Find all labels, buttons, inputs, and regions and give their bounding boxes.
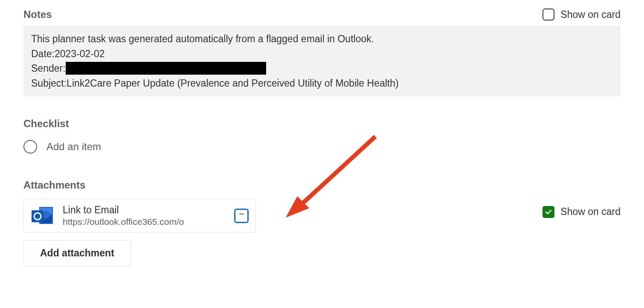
notes-date-prefix: Date: [31,46,55,61]
notes-show-on-card-label: Show on card [560,9,621,20]
checkbox-checked-icon [542,206,554,218]
checklist-add-item-input[interactable]: Add an item [23,140,621,154]
notes-line-1: This planner task was generated automati… [31,32,613,46]
redacted-sender [66,62,266,75]
more-dots-icon: ··· [239,211,244,218]
checklist-add-item-placeholder: Add an item [46,141,101,153]
notes-date-value: 2023-02-02 [55,46,105,61]
notes-textarea[interactable]: This planner task was generated automati… [23,26,621,96]
notes-sender-prefix: Sender: [31,61,66,76]
svg-rect-4 [32,210,44,222]
notes-show-on-card-toggle[interactable]: Show on card [542,9,621,20]
attachments-show-on-card-label: Show on card [560,206,621,218]
notes-subject-value: Link2Care Paper Update (Prevalence and P… [67,76,399,91]
notes-subject-prefix: Subject: [31,76,67,91]
add-attachment-button[interactable]: Add attachment [23,240,131,266]
attachment-item[interactable]: Link to Email https://outlook.office365.… [23,199,256,232]
checkbox-unchecked-icon [542,9,554,20]
attachments-show-on-card-toggle[interactable]: Show on card [542,206,621,218]
checklist-section-title: Checklist [23,118,621,130]
attachment-title: Link to Email [63,204,226,216]
radio-circle-icon [23,140,37,154]
outlook-icon [31,205,54,227]
attachments-section-title: Attachments [23,179,621,191]
attachment-url: https://outlook.office365.com/o [63,217,226,227]
attachment-more-button[interactable]: ··· [234,209,249,223]
notes-section-title: Notes [23,9,52,20]
